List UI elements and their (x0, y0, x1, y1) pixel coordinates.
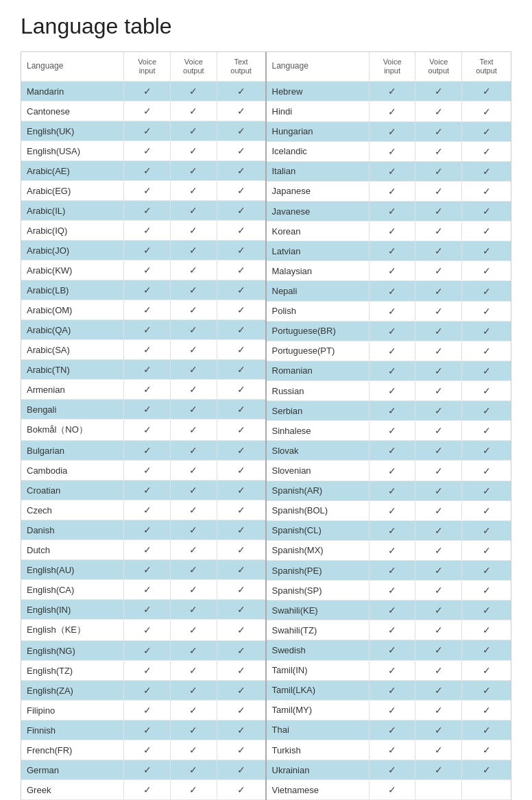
voice-input-cell: ✓ (124, 300, 171, 320)
check-icon: ✓ (483, 725, 491, 736)
check-icon: ✓ (237, 584, 245, 595)
table-row: Japanese✓✓✓ (267, 181, 511, 201)
check-icon: ✓ (189, 764, 197, 775)
left-table: Language Voiceinput Voiceoutput Textoutp… (21, 52, 267, 800)
voice-output-cell: ✓ (415, 500, 462, 520)
check-icon: ✓ (388, 86, 396, 97)
lang-name-cell: Mandarin (21, 82, 124, 101)
text-output-cell: ✓ (217, 681, 265, 701)
check-icon: ✓ (189, 185, 197, 196)
table-row: English(USA)✓✓✓ (21, 141, 266, 161)
check-icon: ✓ (483, 286, 491, 297)
check-icon: ✓ (143, 205, 152, 216)
text-output-cell: ✓ (462, 221, 511, 241)
check-icon: ✓ (189, 465, 197, 476)
text-output-cell: ✓ (462, 181, 511, 201)
check-icon: ✓ (483, 206, 491, 217)
voice-input-cell: ✓ (369, 202, 415, 221)
check-icon: ✓ (189, 205, 197, 216)
voice-output-cell: ✓ (415, 441, 462, 461)
check-icon: ✓ (189, 86, 197, 97)
voice-input-cell: ✓ (124, 701, 171, 720)
check-icon: ✓ (189, 744, 197, 755)
check-icon: ✓ (435, 166, 443, 177)
voice-output-cell: ✓ (415, 101, 462, 121)
check-icon: ✓ (143, 304, 152, 315)
text-output-cell: ✓ (462, 121, 511, 141)
check-icon: ✓ (237, 604, 245, 615)
voice-input-cell: ✓ (369, 341, 415, 361)
check-icon: ✓ (483, 505, 491, 516)
table-row: Slovak✓✓✓ (267, 441, 511, 461)
check-icon: ✓ (143, 784, 152, 795)
check-icon: ✓ (435, 206, 443, 217)
text-output-cell: ✓ (217, 461, 265, 481)
voice-output-cell: ✓ (170, 620, 217, 641)
check-icon: ✓ (435, 465, 443, 476)
check-icon: ✓ (189, 544, 197, 555)
check-icon: ✓ (483, 126, 491, 137)
check-icon: ✓ (189, 584, 197, 595)
check-icon: ✓ (483, 744, 491, 755)
check-icon: ✓ (237, 304, 245, 315)
table-row: Tamil(LKA)✓✓✓ (267, 680, 511, 700)
text-output-cell: ✓ (462, 481, 511, 500)
check-icon: ✓ (189, 265, 197, 276)
voice-output-cell: ✓ (415, 601, 462, 620)
table-row: Vietnamese✓ (267, 780, 511, 800)
check-icon: ✓ (143, 485, 152, 496)
check-icon: ✓ (237, 505, 245, 516)
table-row: Dutch✓✓✓ (21, 540, 266, 560)
voice-input-cell: ✓ (124, 681, 171, 701)
header-row: Language Voiceinput Voiceoutput Textoutp… (21, 52, 266, 82)
voice-output-cell: ✓ (415, 620, 462, 640)
table-row: Tamil(MY)✓✓✓ (267, 700, 511, 720)
voice-input-cell: ✓ (369, 740, 415, 760)
text-output-cell: ✓ (462, 461, 511, 481)
check-icon: ✓ (237, 225, 245, 236)
check-icon: ✓ (435, 365, 443, 376)
check-icon: ✓ (435, 525, 443, 536)
check-icon: ✓ (143, 364, 152, 375)
text-output-cell: ✓ (462, 700, 511, 720)
check-icon: ✓ (189, 645, 197, 656)
voice-output-cell: ✓ (170, 320, 217, 340)
col-voice-output-left: Voiceoutput (170, 52, 217, 82)
check-icon: ✓ (237, 424, 245, 435)
check-icon: ✓ (237, 284, 245, 295)
voice-output-cell: ✓ (415, 121, 462, 141)
voice-output-cell: ✓ (170, 241, 217, 260)
check-icon: ✓ (388, 206, 396, 217)
voice-output-cell: ✓ (170, 540, 217, 560)
check-icon: ✓ (483, 106, 491, 117)
check-icon: ✓ (143, 245, 152, 256)
text-output-cell: ✓ (462, 421, 511, 441)
voice-input-cell: ✓ (124, 600, 171, 620)
check-icon: ✓ (483, 385, 491, 396)
check-icon: ✓ (388, 326, 396, 337)
voice-input-cell: ✓ (124, 560, 171, 580)
check-icon: ✓ (237, 645, 245, 656)
table-row: English(UK)✓✓✓ (21, 121, 266, 141)
lang-name-cell: Spanish(AR) (267, 481, 370, 500)
voice-input-cell: ✓ (124, 201, 171, 221)
check-icon: ✓ (237, 485, 245, 496)
check-icon: ✓ (388, 405, 396, 416)
lang-name-cell: Cantonese (21, 101, 124, 121)
table-row: Arabic(IQ)✓✓✓ (21, 221, 266, 241)
voice-input-cell: ✓ (124, 641, 171, 661)
voice-output-cell: ✓ (415, 461, 462, 481)
text-output-cell: ✓ (217, 701, 265, 720)
voice-input-cell: ✓ (369, 221, 415, 241)
check-icon: ✓ (483, 226, 491, 237)
table-row: Bulgarian✓✓✓ (21, 441, 266, 461)
table-row: Finnish✓✓✓ (21, 720, 266, 740)
text-output-cell: ✓ (462, 141, 511, 161)
check-icon: ✓ (143, 604, 152, 615)
voice-input-cell: ✓ (124, 481, 171, 500)
check-icon: ✓ (435, 445, 443, 456)
table-row: Sinhalese✓✓✓ (267, 421, 511, 441)
lang-name-cell: Bengali (21, 400, 124, 420)
voice-output-cell: ✓ (415, 261, 462, 281)
voice-input-cell: ✓ (124, 340, 171, 360)
